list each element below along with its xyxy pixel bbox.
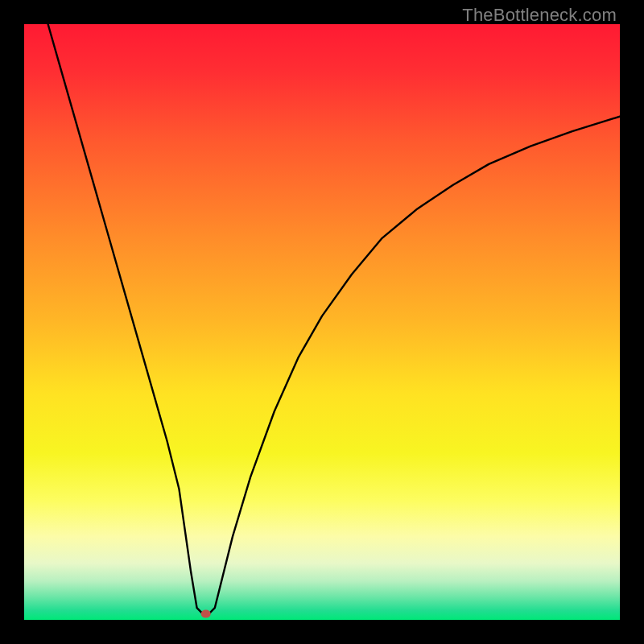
watermark-text: TheBottleneck.com — [462, 5, 617, 26]
chart-frame: TheBottleneck.com — [0, 0, 644, 644]
optimal-point-marker — [201, 610, 211, 618]
curve-layer — [24, 24, 620, 620]
bottleneck-curve — [48, 24, 620, 614]
plot-area — [24, 24, 620, 620]
